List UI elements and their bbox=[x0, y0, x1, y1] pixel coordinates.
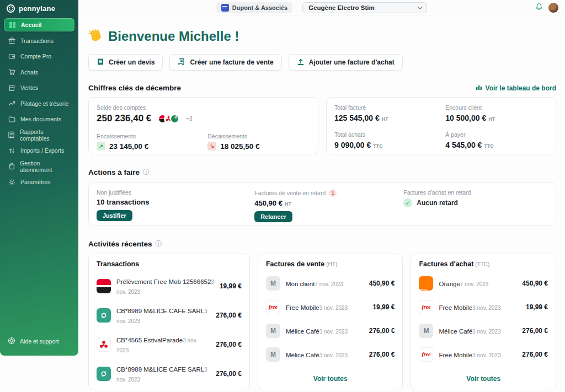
row-amount: 19,99 € bbox=[372, 303, 395, 311]
sidebar-item-gestion-abonnement[interactable]: Gestion abonnement bbox=[4, 160, 74, 173]
remind-button[interactable]: Relancer bbox=[254, 211, 292, 222]
transaction-row[interactable]: CB*4565 EstivalParade3 nov. 2023 276,00 … bbox=[97, 330, 242, 359]
info-icon[interactable]: ⓘ bbox=[156, 239, 162, 249]
recent-header: Activités récentes ⓘ bbox=[88, 239, 556, 249]
sidebar-item-rapports[interactable]: Rapports comptables bbox=[4, 128, 74, 142]
sidebar-item-label: Imports / Exports bbox=[20, 147, 64, 154]
sidebar-item-parametres[interactable]: Paramètres bbox=[4, 175, 74, 189]
chart-line-icon bbox=[8, 100, 16, 107]
view-all-purchase-invoices-link[interactable]: Voir toutes bbox=[419, 370, 548, 386]
content: Bienvenue Michelle ! Créer un devis Crée… bbox=[78, 15, 565, 390]
total-value: 9 090,00 € bbox=[334, 141, 371, 149]
transaction-row[interactable]: Prélèvement Free Mob 125666523 nov. 2023… bbox=[97, 271, 242, 300]
no-delay-status: Aucun retard bbox=[417, 199, 458, 207]
late-purchase-invoices-column: Factures d'achat en retard ✓ Aucun retar… bbox=[403, 189, 548, 219]
avatar[interactable] bbox=[548, 3, 558, 13]
folder-icon bbox=[8, 116, 16, 123]
total-invoiced: Total facturé 125 545,00 €HT bbox=[334, 104, 445, 123]
invoice-row[interactable]: M Mélice Café3 nov. 2023 276,00 € bbox=[266, 342, 395, 366]
sidebar-item-achats[interactable]: Achats bbox=[4, 66, 74, 79]
total-label: À payer bbox=[445, 131, 548, 138]
company-selector-value: Geugène Electro Stim bbox=[308, 4, 375, 11]
sidebar-nav: Accueil Transactions Compte Pro Achats bbox=[0, 16, 78, 189]
invoice-row[interactable]: M Mélice Café3 nov. 2023 276,00 € bbox=[266, 319, 395, 342]
company-selector[interactable]: Geugène Electro Stim bbox=[302, 2, 427, 13]
late-count-badge: 1 bbox=[329, 189, 337, 197]
main-area: Dupont & Associés Geugène Electro Stim B… bbox=[78, 0, 565, 392]
chevron-down-icon bbox=[418, 4, 422, 9]
workspace-name: Dupont & Associés bbox=[232, 4, 287, 11]
row-date: 3 nov. 2023 bbox=[319, 352, 348, 358]
sidebar-item-label: Accueil bbox=[21, 22, 41, 28]
row-amount: 19,99 € bbox=[220, 282, 242, 290]
workspace-logo-icon bbox=[221, 4, 229, 12]
row-name: Free Mobile bbox=[439, 352, 472, 358]
invoice-row[interactable]: M Mélice Café3 nov. 2023 276,00 € bbox=[419, 319, 548, 342]
bank-icon bbox=[8, 37, 16, 44]
inflows-value: 23 145,00 € bbox=[109, 142, 148, 151]
justify-button[interactable]: Justifier bbox=[97, 210, 132, 221]
row-date: 7 nov. 2023 bbox=[460, 281, 489, 287]
sidebar-item-pilotage[interactable]: Pilotage et trésorie bbox=[4, 97, 74, 110]
row-name: CB*4565 EstivalParade bbox=[116, 337, 183, 343]
view-all-sales-invoices-link[interactable]: Voir toutes bbox=[266, 370, 395, 386]
invoice-row[interactable]: free Free Mobile3 nov. 2023 19,99 € bbox=[419, 295, 548, 319]
upload-icon bbox=[297, 58, 305, 67]
cart-icon bbox=[8, 68, 16, 76]
report-icon bbox=[8, 131, 15, 138]
balance-value: 250 236,40 € bbox=[97, 113, 151, 124]
invoice-row[interactable]: free Free Mobile3 nov. 2023 276,00 € bbox=[419, 342, 548, 366]
sidebar-item-mes-documents[interactable]: Mes documents bbox=[4, 112, 74, 126]
outflows-value: 18 025,50 € bbox=[220, 142, 259, 151]
button-label: Créer une facture de vente bbox=[190, 58, 273, 66]
create-quote-button[interactable]: Créer un devis bbox=[88, 54, 163, 71]
row-date: 3 nov. 2023 bbox=[319, 305, 348, 311]
create-sales-invoice-button[interactable]: Créer une facture de vente bbox=[169, 54, 281, 71]
sidebar-item-imports-exports[interactable]: Imports / Exports bbox=[4, 144, 74, 157]
quote-doc-icon bbox=[97, 58, 104, 67]
view-all-transactions-link[interactable]: Voir toutes bbox=[97, 388, 242, 392]
row-date: 3 nov. 2023 bbox=[472, 329, 501, 335]
topbar-right bbox=[535, 0, 558, 15]
invoice-row[interactable]: M Mon client7 nov. 2023 450,90 € bbox=[266, 271, 395, 295]
inflows-label: Encaissements bbox=[97, 133, 207, 139]
card-title: Transactions bbox=[97, 260, 242, 268]
sidebar-item-compte-pro[interactable]: Compte Pro bbox=[4, 50, 74, 63]
sidebar-item-ventes[interactable]: Ventes bbox=[4, 81, 74, 94]
row-name: Free Mobile bbox=[286, 304, 319, 311]
column-value: 10 transactions bbox=[97, 198, 254, 206]
row-date: 3 nov. 2023 bbox=[472, 352, 501, 358]
invoice-row[interactable]: free Free Mobile3 nov. 2023 19,99 € bbox=[266, 295, 395, 319]
sync-teal-logo bbox=[97, 367, 111, 381]
card-unit: (TTC) bbox=[475, 261, 489, 267]
bell-icon[interactable] bbox=[535, 3, 543, 13]
sidebar-item-accueil[interactable]: Accueil bbox=[4, 18, 74, 31]
sidebar-item-label: Rapports comptables bbox=[20, 128, 71, 142]
invoice-row[interactable]: orange Orange7 nov. 2023 450,90 € bbox=[419, 271, 548, 295]
row-amount: 450,90 € bbox=[369, 280, 395, 287]
dashboard-link[interactable]: Voir le tableau de bord bbox=[476, 84, 556, 92]
row-amount: 276,00 € bbox=[522, 327, 548, 335]
row-name: Prélèvement Free Mob 12566652 bbox=[116, 278, 211, 285]
brand-name: pennylane bbox=[19, 4, 55, 13]
to-pay: À payer 4 545,00 €TTC bbox=[445, 131, 548, 150]
balance-card: Solde des comptes 250 236,40 € +3 bbox=[88, 97, 318, 154]
sidebar-item-transactions[interactable]: Transactions bbox=[4, 34, 74, 47]
m-avatar: M bbox=[266, 324, 280, 338]
add-purchase-invoice-button[interactable]: Ajouter une facture d'achat bbox=[289, 54, 403, 71]
bag-icon bbox=[8, 163, 15, 170]
sidebar: pennylane Accueil Transactions Compte Pr… bbox=[0, 0, 78, 356]
sidebar-item-aide-support[interactable]: Aide et support bbox=[8, 337, 59, 346]
row-amount: 276,00 € bbox=[369, 351, 395, 358]
key-figures-header: Chiffres clés de décembre Voir le tablea… bbox=[88, 84, 556, 92]
totals-card: Total facturé 125 545,00 €HT Encours cli… bbox=[326, 97, 556, 154]
section-title: Activités récentes bbox=[88, 240, 152, 248]
transaction-row[interactable]: CB*8989 M&LICE CAFE SARL3 nov. 2023 276,… bbox=[97, 300, 242, 330]
key-figures-cards: Solde des comptes 250 236,40 € +3 bbox=[88, 97, 556, 154]
transaction-row[interactable]: CB*8989 M&LICE CAFE SARL3 nov. 2023 276,… bbox=[97, 359, 242, 388]
outflows-label: Décaissements bbox=[207, 133, 259, 139]
sales-invoices-card: Factures de vente(HT) M Mon client7 nov.… bbox=[258, 254, 403, 390]
info-icon[interactable]: ⓘ bbox=[143, 168, 150, 177]
workspace-badge[interactable]: Dupont & Associés bbox=[216, 2, 292, 13]
arrows-up-down-icon bbox=[8, 147, 16, 154]
